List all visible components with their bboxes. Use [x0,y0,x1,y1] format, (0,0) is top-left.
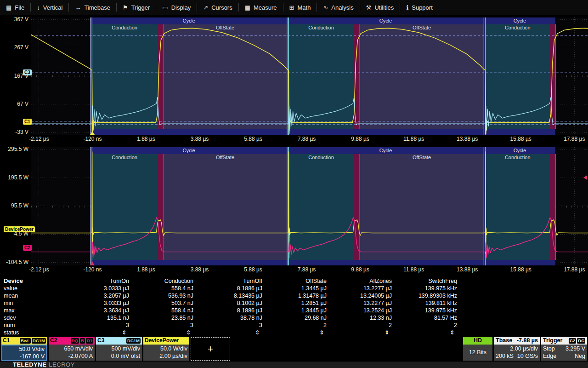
measure-value-cell: 38.78 nJ [195,314,264,322]
trigger-time-marker[interactable] [90,131,95,135]
descriptor-c1[interactable]: C1BwLDC1M50.0 V/div-167.00 V [1,337,47,361]
x-axis-label: 13.88 µs [447,266,488,273]
x-axis-label: 7.88 µs [286,136,328,142]
measure-table-header-row: DeviceTurnOnConductionTurnOffOffStateAll… [0,277,459,285]
menu-item-display[interactable]: ▭Display [156,0,197,15]
menu-item-analysis[interactable]: ∿Analysis [317,0,359,15]
measure-value-cell: 3.0333 µJ [87,285,131,292]
x-axis-label: 15.88 µs [500,136,542,142]
traces-layer [31,17,588,135]
measure-value-cell: 139.89303 kHz [394,292,459,299]
oscilloscope-screen: ▤File↕Vertical↔Timebase⚑Trigger▭Display↗… [0,0,588,368]
menu-item-label: Cursors [211,4,232,11]
measure-value-cell: 1.2851 µJ [264,299,328,307]
descriptor-offset: -2.0700 A [51,352,93,360]
math-icon: ⊞ [289,4,294,11]
trigger-type: Edge [543,352,556,360]
menu-item-utilities[interactable]: ⚒Utilities [360,0,400,15]
measure-value-cell: 139.811 kHz [394,299,459,307]
descriptor-body: 650 mA/div-2.0700 A [49,345,95,361]
status-indicator-icon: ⇕ [394,329,459,336]
x-axis-label: -2.12 µs [18,266,60,273]
y-axis-label: 67 V [0,101,28,107]
trigger-icon: ⚑ [123,4,128,11]
timebase-body: 2.00 µs/div200 kS10 GS/s [494,345,540,361]
power-grid[interactable]: ConductionOffStateConductionOffStateCond… [31,147,588,265]
hd-mode-box[interactable]: HD12 Bits [463,337,492,361]
menu-item-cursors[interactable]: ↗Cursors [197,0,238,15]
trace-offset-badge-c2[interactable]: C2 [23,245,32,251]
descriptor-body: 50.0 V/div-167.00 V [1,345,47,361]
trace-offset-badge-devicepower[interactable]: DevicePower [4,226,35,232]
utilities-icon: ⚒ [366,4,372,11]
descriptor-c2[interactable]: C2DQBD1650 mA/div-2.0700 A [49,337,95,361]
menu-item-label: File [15,4,24,11]
measure-table-corner: Device [0,277,87,285]
vertical-icon: ↕ [37,4,40,11]
coupling-badge: BwL [20,338,31,344]
y-axis-label: 367 V [0,16,28,23]
menu-item-measure[interactable]: ▦Measure [239,0,283,15]
y-axis-label: 267 V [0,44,28,51]
analysis-icon: ∿ [323,4,328,11]
measure-row-status: status⇕⇕⇕⇕⇕⇕ [0,329,459,336]
measure-value-cell: 12.33 nJ [328,314,394,322]
x-axis-label: 1.88 µs [125,266,167,273]
trigger-source-badge: DC [577,338,585,344]
descriptor-header: C2DQBD1 [49,337,95,345]
measure-value-cell: 536.93 nJ [131,292,195,299]
trigger-mode: Stop [543,345,555,352]
add-trace-button[interactable]: + [191,337,230,361]
measure-row-sdev: sdev135.1 nJ23.85 nJ38.78 nJ29.68 nJ12.3… [0,314,459,322]
status-indicator-icon: ⇕ [195,329,264,336]
trigger-box[interactable]: TriggerC2DCStop3.295 VEdgeNeg [541,337,587,361]
measure-value-cell: 3.3634 µJ [87,307,131,314]
trigger-level-marker[interactable] [583,175,587,180]
measure-value-cell: 135.1 nJ [87,314,131,322]
trace-c2 [31,218,588,258]
descriptor-scale: 50.0 W/div [145,345,187,352]
measure-row-label: min [0,299,87,307]
trigger-time-marker[interactable] [90,262,95,265]
trigger-level: 3.295 V [565,345,585,352]
menu-item-vertical[interactable]: ↕Vertical [31,0,68,15]
timebase-samplerate: 10 GS/s [517,352,538,360]
brand-bar: TELEDYNELECROY [0,362,588,368]
measure-column-offstate: OffState [264,277,328,285]
y-axis-label: -33 V [0,129,28,135]
x-axis-label: 17.88 µs [554,136,588,142]
trigger-slope: Neg [575,352,585,360]
status-indicator-icon: ⇕ [264,329,328,336]
measure-value-cell: 2 [394,322,459,329]
menu-item-math[interactable]: ⊞Math [283,0,317,15]
trace-offset-badge-c3[interactable]: C3 [23,69,32,75]
y-axis-label: -104.5 W [0,259,28,265]
descriptor-header: C1BwLDC1M [1,337,47,345]
x-axis-label: 5.88 µs [232,136,274,142]
menu-item-file[interactable]: ▤File [0,0,30,15]
x-axis-label: 9.88 µs [339,266,381,273]
menu-item-support[interactable]: ℹSupport [400,0,439,15]
timebase-scale: 2.00 µs/div [496,345,538,352]
descriptor-c3[interactable]: C3DC1M500 mV/div0.0 mV ofst [96,337,142,361]
file-icon: ▤ [6,4,11,11]
measure-value-cell: 3 [87,322,131,329]
measure-row-max: max3.3634 µJ558.4 nJ8.1886 µJ1.3445 µJ13… [0,307,459,314]
measure-value-cell: 29.68 nJ [264,314,328,322]
measure-value-cell: 139.975 kHz [394,285,459,292]
menu-item-label: Support [412,4,433,11]
trace-offset-badge-c1[interactable]: C1 [23,119,32,125]
measure-value-cell: 8.1886 µJ [195,285,264,292]
menu-item-label: Measure [254,4,277,11]
descriptor-devicepower[interactable]: DevicePower50.0 W/div2.00 µs/div [143,337,189,361]
menu-item-trigger[interactable]: ⚑Trigger [117,0,156,15]
descriptor-scale: 500 mV/div [98,345,140,352]
x-axis-label: -2.12 µs [18,136,60,142]
voltage-grid[interactable]: ConductionOffStateConductionOffStateCond… [31,17,588,135]
timebase-box[interactable]: Tbase-7.88 µs2.00 µs/div200 kS10 GS/s [494,337,540,361]
plus-icon: + [208,343,214,355]
measure-value-cell: 13.2524 µJ [328,307,394,314]
measure-column-switchfreq: SwitchFreq [394,277,459,285]
measure-value-cell: 8.1886 µJ [195,307,264,314]
menu-item-timebase[interactable]: ↔Timebase [69,0,116,15]
